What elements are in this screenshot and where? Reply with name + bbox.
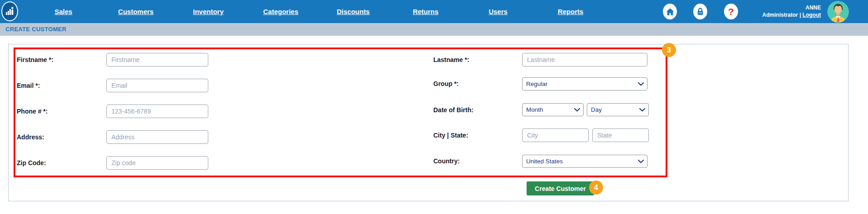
brand-logo-icon — [5, 6, 15, 17]
menu-item-users[interactable]: Users — [462, 0, 534, 23]
menu-item-returns-label[interactable]: Returns — [413, 8, 439, 15]
menu-item-sales[interactable]: Sales — [27, 0, 100, 23]
main-menu: Sales Customers Inventory Categories Dis… — [27, 0, 607, 23]
menu-item-inventory-label[interactable]: Inventory — [193, 8, 224, 15]
dob-month-select-wrap: Month — [522, 103, 584, 116]
email-label: Email *: — [17, 79, 40, 92]
create-customer-page: Sales Customers Inventory Categories Dis… — [0, 0, 868, 214]
city-input[interactable] — [522, 128, 589, 142]
dob-month-select[interactable]: Month — [522, 103, 584, 116]
user-block: ANNE Administrator | Logout — [762, 4, 821, 19]
country-label: Country: — [433, 154, 460, 168]
annotation-step-4-badge: 4 — [589, 181, 603, 195]
user-role: Administrator — [762, 12, 798, 18]
phone-label: Phone # *: — [17, 105, 48, 118]
home-icon — [665, 7, 675, 17]
menu-item-returns[interactable]: Returns — [389, 0, 462, 23]
group-select[interactable]: Regular — [522, 77, 647, 90]
city-state-label: City | State: — [433, 128, 468, 142]
firstname-input[interactable] — [106, 53, 208, 67]
menu-item-users-label[interactable]: Users — [489, 8, 508, 15]
menu-item-categories[interactable]: Categories — [245, 0, 317, 23]
home-button[interactable] — [663, 4, 677, 19]
create-customer-button[interactable]: Create Customer — [527, 181, 594, 195]
lock-icon — [695, 7, 705, 16]
group-label: Group *: — [433, 77, 459, 90]
firstname-label: Firstname *: — [17, 53, 53, 67]
menu-item-discounts-label[interactable]: Discounts — [337, 8, 370, 15]
dob-day-select-wrap: Day — [587, 103, 649, 116]
country-select[interactable]: United States — [522, 155, 647, 168]
group-select-wrap: Regular — [522, 77, 647, 90]
lock-button[interactable] — [693, 4, 707, 19]
menu-item-reports[interactable]: Reports — [534, 0, 607, 23]
help-button[interactable]: ? — [724, 4, 738, 19]
brand-logo[interactable] — [1, 1, 18, 21]
menu-item-customers-label[interactable]: Customers — [118, 8, 153, 15]
menu-item-discounts[interactable]: Discounts — [317, 0, 389, 23]
state-input[interactable] — [592, 128, 649, 142]
menu-item-categories-label[interactable]: Categories — [263, 8, 298, 15]
zipcode-input[interactable] — [106, 156, 208, 170]
phone-input[interactable] — [106, 105, 208, 118]
user-name: ANNE — [762, 4, 821, 11]
menu-item-customers[interactable]: Customers — [100, 0, 172, 23]
dob-day-select[interactable]: Day — [587, 103, 649, 116]
email-input[interactable] — [106, 79, 208, 92]
lastname-input[interactable] — [522, 53, 647, 67]
avatar[interactable] — [827, 1, 849, 23]
address-label: Address: — [17, 130, 44, 144]
zipcode-label: Zip Code: — [17, 156, 46, 170]
annotation-step-3-badge: 3 — [662, 43, 676, 57]
menu-item-inventory[interactable]: Inventory — [172, 0, 245, 23]
breadcrumb-bar: CREATE CUSTOMER — [0, 23, 868, 36]
logout-link[interactable]: Logout — [802, 12, 821, 18]
avatar-image — [827, 1, 849, 23]
lastname-label: Lastname *: — [433, 53, 469, 67]
dob-label: Date of Birth: — [433, 103, 474, 117]
breadcrumb: CREATE CUSTOMER — [5, 23, 67, 36]
menu-item-sales-label[interactable]: Sales — [54, 8, 72, 15]
menu-item-reports-label[interactable]: Reports — [558, 8, 584, 15]
help-icon: ? — [728, 7, 734, 16]
address-input[interactable] — [106, 130, 208, 144]
user-separator: | — [800, 12, 801, 18]
country-select-wrap: United States — [522, 155, 647, 168]
top-nav-bar: Sales Customers Inventory Categories Dis… — [0, 0, 868, 23]
